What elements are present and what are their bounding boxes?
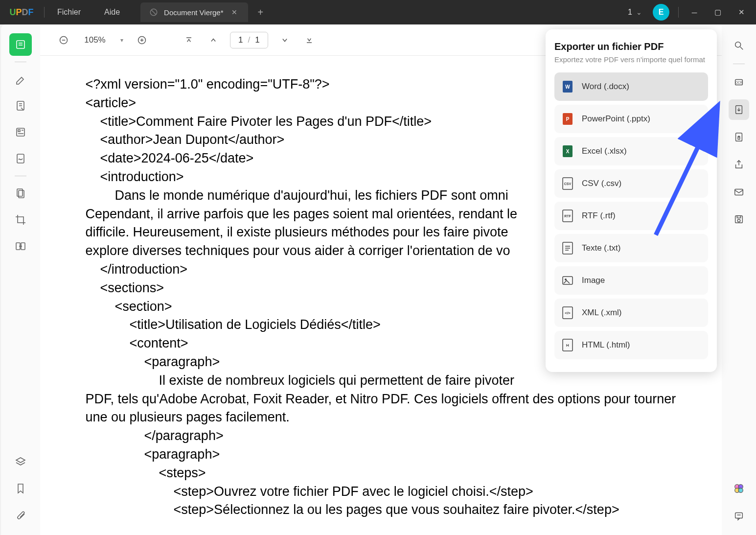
export-option[interactable]: WWord (.docx) [554,72,708,101]
svg-text:RTF: RTF [564,214,571,218]
menu-help[interactable]: Aide [92,8,132,17]
search-button[interactable] [729,35,749,56]
tool-attachment[interactable] [9,504,32,526]
ai-assistant-button[interactable] [729,478,749,499]
main-container: 105% ▾ 1 / 1 [1,24,756,535]
export-option[interactable]: Image [554,266,708,295]
user-avatar[interactable]: E [653,4,669,21]
svg-rect-2 [17,41,24,48]
doc-line[interactable]: <step>Ouvrez votre fichier PDF avec le l… [86,483,677,501]
separator [678,7,679,18]
tool-form[interactable] [9,121,32,143]
email-button[interactable] [729,182,749,202]
export-panel: Exporter un fichier PDF Exportez votre P… [546,29,717,372]
svg-text:</>: </> [565,311,571,315]
svg-text:P: P [566,116,570,122]
page-total: 1 [255,35,259,45]
window-minimize-button[interactable]: ─ [684,1,705,23]
tool-bookmark[interactable] [9,477,32,500]
doc-line[interactable]: </paragraph> [86,427,677,445]
page-separator: / [248,35,250,45]
export-option[interactable]: </>XML (.xml) [554,299,708,327]
svg-line-47 [740,47,743,50]
file-type-icon: X [561,145,574,158]
doc-line[interactable]: PDF, tels qu'Adobe Acrobat, Foxit Reader… [86,390,677,427]
tab-close-icon[interactable]: ✕ [229,7,239,17]
tool-crop[interactable] [9,209,32,231]
doc-line[interactable]: <steps> [86,464,677,483]
separator [15,176,26,176]
titlebar: UPDF Fichier Aide Document Vierge* ✕ + 1… [0,0,756,24]
chevron-down-icon[interactable]: ⌄ [636,8,647,16]
export-option-label: Texte (.txt) [582,243,620,253]
export-option-label: RTF (.rtf) [582,211,616,221]
page-next-button[interactable] [277,32,293,48]
separator [733,64,745,64]
file-type-icon: CSV [561,177,574,190]
svg-rect-52 [738,137,740,140]
export-option[interactable]: XExcel (.xlsx) [554,137,708,165]
content-area: 105% ▾ 1 / 1 [40,24,722,535]
save-button[interactable] [729,209,749,230]
svg-text:OCR: OCR [735,81,743,84]
tab-count[interactable]: 1 [626,8,634,17]
export-option-label: PowerPoint (.pptx) [582,114,650,124]
file-type-icon [561,274,574,287]
blank-doc-icon [149,8,158,17]
window-maximize-button[interactable]: ▢ [707,1,729,23]
zoom-out-button[interactable] [56,32,71,48]
tool-edit[interactable] [9,94,32,117]
svg-point-46 [735,42,741,47]
tab-title: Document Vierge* [164,8,223,17]
tab-add-button[interactable]: + [254,5,268,20]
zoom-in-button[interactable] [134,32,150,48]
file-type-icon: </> [561,306,574,319]
export-button[interactable] [729,99,749,120]
page-last-button[interactable] [301,32,317,48]
page-first-button[interactable] [181,32,197,48]
tool-highlight[interactable] [9,68,32,91]
separator [15,62,26,62]
file-type-icon: W [561,80,574,93]
zoom-value: 105% [80,35,110,45]
comment-button[interactable] [729,506,749,526]
document-tab[interactable]: Document Vierge* ✕ [140,2,248,22]
doc-line[interactable]: <paragraph> [86,445,677,464]
tool-organize[interactable] [9,182,32,205]
export-option[interactable]: HHTML (.html) [554,331,708,359]
export-option-label: XML (.xml) [582,308,622,318]
file-type-icon [561,242,574,255]
menu-file[interactable]: Fichier [46,8,92,17]
svg-point-39 [565,279,567,280]
svg-rect-55 [737,216,740,218]
tool-sign[interactable] [9,147,32,170]
svg-rect-12 [17,154,24,163]
page-prev-button[interactable] [206,32,221,48]
file-type-icon: P [561,113,574,125]
doc-line[interactable]: Il existe de nombreux logiciels qui perm… [86,372,677,390]
app-logo: UPDF [0,7,43,18]
share-button[interactable] [729,154,749,175]
export-option[interactable]: CSVCSV (.csv) [554,169,708,198]
zoom-dropdown[interactable]: ▾ [118,35,125,46]
tool-compare[interactable] [9,235,32,257]
tool-reader[interactable] [9,33,32,56]
window-close-button[interactable]: ✕ [731,1,752,23]
separator [44,7,45,18]
export-option[interactable]: RTFRTF (.rtf) [554,202,708,230]
svg-rect-61 [735,513,743,518]
svg-point-60 [738,488,743,492]
export-option-label: CSV (.csv) [582,179,621,188]
file-type-icon: RTF [561,209,574,222]
tool-layers[interactable] [9,451,32,473]
file-type-icon: H [561,339,574,351]
export-option[interactable]: Texte (.txt) [554,234,708,262]
doc-line[interactable]: <step>Sélectionnez la ou les pages que v… [86,501,677,519]
page-indicator[interactable]: 1 / 1 [230,32,268,48]
export-option[interactable]: PPowerPoint (.pptx) [554,105,708,133]
ocr-button[interactable]: OCR [729,72,749,93]
protect-button[interactable] [729,127,749,147]
sidebar-right: OCR [722,24,756,535]
export-option-label: Image [582,276,605,285]
page-current: 1 [238,35,243,45]
